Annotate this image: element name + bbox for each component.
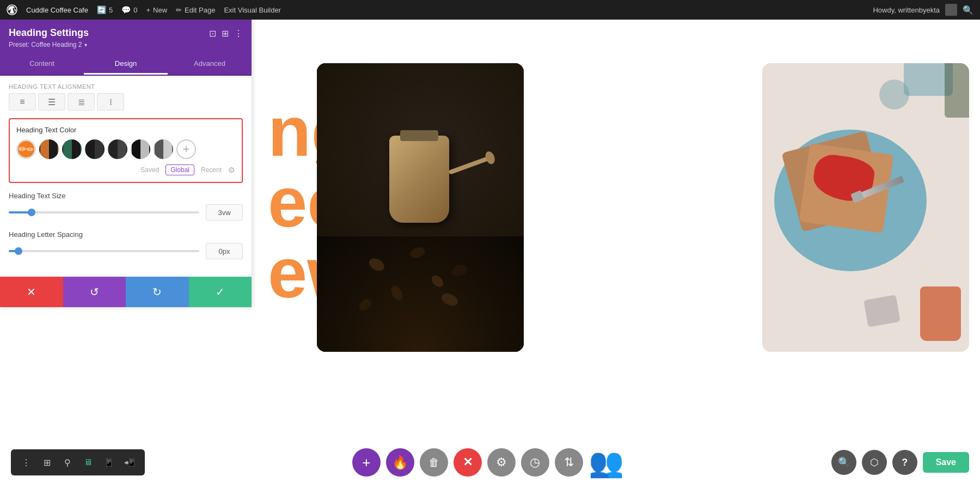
color-section: Heading Text Color ✏ xyxy=(9,118,243,183)
search-icon[interactable]: ⚲ xyxy=(59,454,76,471)
coffee-image xyxy=(317,63,524,352)
color-swatches: ✏ + xyxy=(16,139,235,159)
help-icon: ? xyxy=(902,457,908,468)
alignment-label: Heading Text Alignment xyxy=(9,83,243,90)
letter-spacing-label: Heading Letter Spacing xyxy=(9,230,243,239)
tab-design[interactable]: Design xyxy=(84,54,168,75)
layout-icon[interactable]: ⊞ xyxy=(38,454,56,471)
responsive-button[interactable]: ⇅ xyxy=(555,448,583,477)
panel-header: Heading Settings Preset: Coffee Heading … xyxy=(0,20,252,54)
color-tab-saved[interactable]: Saved xyxy=(140,166,159,174)
letter-spacing-value[interactable]: 0px xyxy=(206,243,243,259)
bars-icon: ⇅ xyxy=(564,455,574,469)
save-button[interactable]: Save xyxy=(923,452,969,473)
exit-visual-builder-button[interactable]: Exit Visual Builder xyxy=(224,6,281,14)
color-swatch-4[interactable] xyxy=(108,139,127,159)
reset-button[interactable]: ↺ xyxy=(63,277,126,307)
text-size-label: Heading Text Size xyxy=(9,192,243,200)
settings-icon[interactable]: ⋮ xyxy=(17,454,35,471)
tab-content[interactable]: Content xyxy=(0,54,84,75)
close-button[interactable]: ✕ xyxy=(454,448,482,477)
user-avatar[interactable] xyxy=(945,4,957,16)
add-module-button[interactable]: + xyxy=(352,448,381,477)
color-swatch-5[interactable] xyxy=(131,139,150,159)
color-swatch-3[interactable] xyxy=(85,139,105,159)
topbar-right: Howdy, writtenbyekta 🔍 xyxy=(873,4,973,16)
panel-title-area: Heading Settings Preset: Coffee Heading … xyxy=(9,27,209,48)
preset-arrow-icon: ▾ xyxy=(84,42,87,48)
align-left-button[interactable]: ≡ xyxy=(9,93,36,111)
bottom-search-button[interactable]: 🔍 xyxy=(831,450,856,475)
align-right-button[interactable]: ≣ xyxy=(68,93,95,111)
cancel-button[interactable]: ✕ xyxy=(0,277,63,307)
page-content: ng ee, ew. xyxy=(252,20,980,482)
align-center-button[interactable]: ☰ xyxy=(38,93,65,111)
bottom-left-tools: ⋮ ⊞ ⚲ 🖥 📱 📲 xyxy=(11,449,145,475)
gear-button[interactable]: ⚙ xyxy=(487,448,516,477)
history-button[interactable]: ◷ xyxy=(521,448,549,477)
wp-logo[interactable] xyxy=(7,4,17,15)
tab-advanced[interactable]: Advanced xyxy=(168,54,252,75)
portability-button[interactable]: 👥 xyxy=(589,446,624,479)
coffee-image-sim xyxy=(317,63,524,352)
monitor-icon[interactable]: 🖥 xyxy=(79,454,97,471)
delete-button[interactable]: 🗑 xyxy=(420,448,448,477)
panel-expand-icon[interactable]: ⊡ xyxy=(209,28,216,39)
tablet-icon[interactable]: 📱 xyxy=(100,454,118,471)
edit-page-button[interactable]: ✏ Edit Page xyxy=(176,6,215,14)
color-tabs-row: Saved Global Recent ⚙ xyxy=(16,164,235,175)
align-justify-button[interactable]: ⁞ xyxy=(97,93,124,111)
panel-more-icon[interactable]: ⋮ xyxy=(234,28,243,39)
food-image-sim xyxy=(762,63,969,352)
save-check-button[interactable]: ✓ xyxy=(189,277,252,307)
panel-preset[interactable]: Preset: Coffee Heading 2 ▾ xyxy=(9,41,209,48)
color-settings-icon[interactable]: ⚙ xyxy=(228,166,235,174)
bottom-help-button[interactable]: ? xyxy=(892,450,917,475)
color-section-title: Heading Text Color xyxy=(16,126,235,134)
divi-flame-icon: 🔥 xyxy=(392,455,408,470)
add-color-button[interactable]: + xyxy=(176,139,196,159)
redo-button[interactable]: ↻ xyxy=(126,277,189,307)
settings-panel: Heading Settings Preset: Coffee Heading … xyxy=(0,20,252,307)
alignment-buttons: ≡ ☰ ≣ ⁞ xyxy=(9,93,243,111)
mobile-icon[interactable]: 📲 xyxy=(121,454,138,471)
text-size-thumb[interactable] xyxy=(28,209,35,216)
bottom-right-tools: 🔍 ⬡ ? Save xyxy=(831,450,969,475)
text-size-slider-row: 3vw xyxy=(9,204,243,221)
panel-header-icons: ⊡ ⊞ ⋮ xyxy=(209,28,243,39)
pencil-icon: ✏ xyxy=(19,143,27,155)
letter-spacing-track[interactable] xyxy=(9,250,199,252)
close-icon: ✕ xyxy=(463,455,473,469)
main-area: Heading Settings Preset: Coffee Heading … xyxy=(0,20,980,482)
panel-actions: ✕ ↺ ↻ ✓ xyxy=(0,277,252,307)
color-tab-recent[interactable]: Recent xyxy=(201,166,222,174)
text-size-section: Heading Text Size 3vw xyxy=(9,192,243,221)
layers-icon: ⬡ xyxy=(870,456,879,468)
food-image xyxy=(762,63,969,352)
trash-icon: 🗑 xyxy=(428,456,439,469)
topbar-search-icon[interactable]: 🔍 xyxy=(963,5,973,15)
text-size-value[interactable]: 3vw xyxy=(206,204,243,221)
divi-logo-button[interactable]: 🔥 xyxy=(386,448,414,477)
color-swatch-6[interactable] xyxy=(154,139,173,159)
letter-spacing-thumb[interactable] xyxy=(15,247,22,255)
site-name[interactable]: Cuddle Coffee Cafe xyxy=(26,6,88,14)
text-size-track[interactable] xyxy=(9,211,199,213)
new-button[interactable]: + New xyxy=(146,6,167,14)
color-swatch-active[interactable]: ✏ xyxy=(16,139,36,159)
panel-body: Heading Text Alignment ≡ ☰ ≣ ⁞ Heading T… xyxy=(0,76,252,277)
revisions-button[interactable]: 🔄 5 xyxy=(97,5,113,14)
letter-spacing-slider-row: 0px xyxy=(9,243,243,259)
panel-layout-icon[interactable]: ⊞ xyxy=(222,28,229,39)
wordpress-icon xyxy=(7,4,17,15)
search-icon: 🔍 xyxy=(838,456,850,468)
gear-icon: ⚙ xyxy=(496,455,507,469)
top-bar: Cuddle Coffee Cafe 🔄 5 💬 0 + New ✏ Edit … xyxy=(0,0,980,20)
color-tab-global[interactable]: Global xyxy=(166,164,194,175)
comments-button[interactable]: 💬 0 xyxy=(121,5,137,14)
bottom-layers-button[interactable]: ⬡ xyxy=(862,450,887,475)
color-swatch-1[interactable] xyxy=(39,139,59,159)
bottom-toolbar: ⋮ ⊞ ⚲ 🖥 📱 📲 + 🔥 🗑 ✕ ⚙ ◷ ⇅ 👥 xyxy=(0,443,980,482)
bottom-center-tools: + 🔥 🗑 ✕ ⚙ ◷ ⇅ 👥 xyxy=(352,446,624,479)
color-swatch-2[interactable] xyxy=(62,139,82,159)
